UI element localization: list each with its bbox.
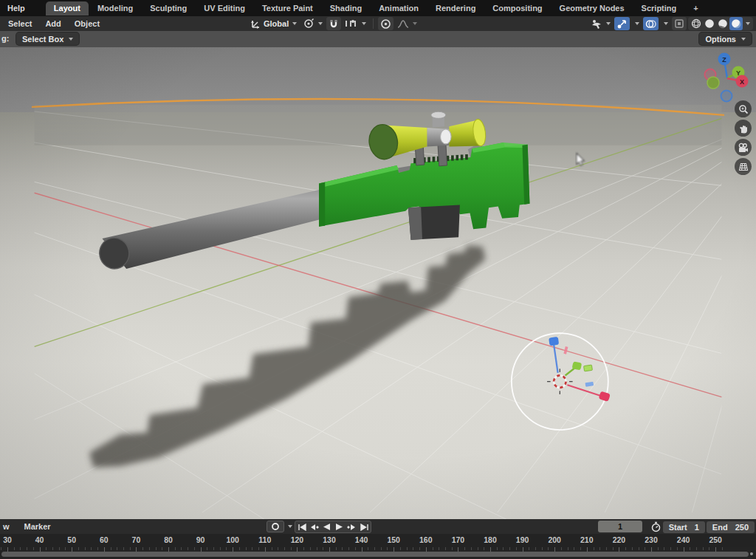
falloff-curve-icon (397, 19, 409, 29)
overlays-toggle[interactable] (643, 17, 659, 30)
frame-number-label: 100 (226, 535, 239, 544)
options-dropdown[interactable]: Options (699, 32, 752, 45)
frame-number-label: 50 (67, 535, 76, 544)
axis-neg-y-ball[interactable] (707, 77, 719, 89)
frame-number-label: 110 (258, 535, 271, 544)
workspace-tab[interactable]: Texture Paint (254, 1, 321, 16)
workspace-tab[interactable]: + (685, 1, 706, 16)
drag-label: g: (1, 34, 9, 43)
chevron-down-icon (292, 22, 297, 25)
frame-number-label: 30 (3, 535, 12, 544)
tool-settings-bar: g: Select Box Options (0, 31, 756, 47)
jump-to-start-button[interactable] (295, 521, 308, 532)
next-keyframe-button[interactable] (346, 521, 358, 532)
workspace-tab[interactable]: Geometry Nodes (551, 1, 633, 16)
menu-help[interactable]: Help (0, 2, 32, 15)
current-frame-field[interactable]: 1 (598, 521, 642, 532)
jump-to-end-button[interactable] (358, 521, 371, 532)
gizmo-plane-xy[interactable] (584, 365, 593, 371)
shading-rendered-button[interactable] (729, 17, 743, 30)
viewport-menu[interactable]: Object (68, 18, 106, 29)
chevron-down-icon (413, 22, 417, 25)
workspace-tab[interactable]: Layout (46, 1, 89, 16)
object-visibility-dropdown[interactable] (588, 17, 613, 30)
gizmo-view-circle[interactable] (512, 333, 608, 430)
grid-icon (738, 162, 749, 172)
prev-keyframe-button[interactable] (308, 521, 320, 532)
snap-toggle[interactable] (326, 17, 341, 30)
scope-side-knob (441, 129, 452, 144)
record-circle-icon (271, 522, 280, 531)
frame-number-label: 140 (355, 535, 368, 544)
shading-solid-button[interactable] (703, 17, 716, 30)
navigation-gizmo[interactable]: Z Y X (701, 50, 750, 106)
pan-button[interactable] (735, 120, 752, 137)
camera-icon (738, 143, 749, 153)
chevron-down-icon (362, 22, 366, 25)
workspace-tab[interactable]: Shading (322, 1, 370, 16)
viewport-menu[interactable]: Add (38, 18, 67, 29)
frame-number-label: 130 (323, 535, 336, 544)
transform-orientation-dropdown[interactable]: Global (248, 17, 299, 30)
gizmo-z-arrow[interactable] (554, 345, 557, 373)
playback-controls (295, 521, 371, 533)
end-frame-field[interactable]: End 250 (707, 521, 755, 533)
3d-viewport[interactable]: Z Y X (0, 47, 756, 519)
snap-target-dropdown[interactable] (343, 17, 368, 30)
magnet-icon (329, 18, 339, 29)
display-settings-cluster (588, 17, 753, 30)
workspace-tab[interactable]: Animation (371, 1, 427, 16)
active-tool-dropdown[interactable]: Select Box (16, 32, 79, 45)
shading-wireframe-button[interactable] (690, 17, 703, 30)
pivot-point-dropdown[interactable] (300, 17, 325, 30)
svg-text:Z: Z (722, 56, 726, 64)
timeline-scrollbar[interactable] (1, 552, 749, 557)
gizmo-plane-xz[interactable] (585, 382, 594, 387)
timeline-view-menu[interactable]: w (0, 521, 17, 533)
turret-cap (431, 112, 446, 118)
camera-view-button[interactable] (735, 139, 752, 156)
proportional-editing-toggle[interactable] (378, 17, 394, 30)
move-gizmo[interactable] (512, 333, 611, 430)
workspace-tab[interactable]: Rendering (427, 1, 484, 16)
frame-number-label: 210 (580, 535, 594, 544)
overlays-icon (645, 18, 656, 30)
chevron-down-icon (746, 22, 750, 25)
gizmo-x-arrow[interactable] (567, 385, 600, 396)
gizmo-x-handle[interactable] (599, 391, 611, 402)
timeline-marker-menu[interactable]: Marker (17, 521, 58, 533)
viewport-scene (0, 47, 756, 519)
start-frame-field[interactable]: Start 1 (663, 521, 705, 533)
proportional-falloff-dropdown[interactable] (395, 17, 419, 30)
zoom-button[interactable] (735, 100, 752, 117)
stopwatch-icon (650, 521, 662, 532)
shading-material-button[interactable] (716, 17, 729, 30)
shading-dropdown[interactable] (743, 17, 752, 30)
axis-neg-z-ball[interactable] (721, 91, 732, 102)
timeline-ruler[interactable]: 3040506070809010011012013014015016017018… (0, 534, 756, 547)
xray-toggle[interactable] (672, 17, 687, 30)
frame-number-label: 60 (100, 535, 109, 544)
frame-number-label: 150 (387, 535, 400, 544)
gizmo-z-handle[interactable] (549, 337, 559, 346)
gizmos-toggle[interactable] (614, 17, 630, 30)
workspace-tab[interactable]: UV Editing (196, 1, 253, 16)
gizmos-dropdown[interactable] (631, 17, 642, 30)
svg-text:Y: Y (736, 69, 740, 77)
viewport-menu[interactable]: Select (1, 18, 38, 29)
viewport-header: SelectAddObject Global (0, 16, 756, 31)
chevron-down-icon[interactable] (288, 525, 292, 528)
workspace-tab[interactable]: Modeling (89, 1, 141, 16)
pivot-icon (303, 18, 315, 30)
toggle-perspective-button[interactable] (735, 158, 752, 175)
viewport-side-buttons (735, 100, 752, 175)
gizmo-y-arrow[interactable] (566, 368, 575, 375)
play-button[interactable] (333, 521, 346, 532)
play-reverse-button[interactable] (320, 521, 333, 532)
auto-keying-toggle[interactable] (267, 521, 284, 532)
workspace-tab[interactable]: Sculpting (142, 1, 195, 16)
overlays-dropdown[interactable] (660, 17, 670, 30)
workspace-tab[interactable]: Compositing (484, 1, 550, 16)
frame-number-label: 120 (291, 535, 304, 544)
workspace-tab[interactable]: Scripting (633, 1, 685, 16)
